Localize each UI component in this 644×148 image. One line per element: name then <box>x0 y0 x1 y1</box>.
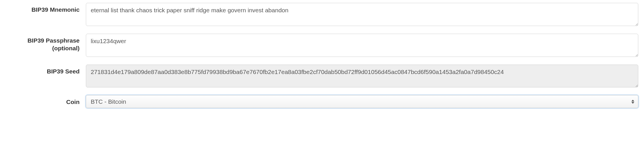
coin-select-wrapper: BTC - Bitcoin <box>86 95 638 108</box>
passphrase-control <box>86 34 638 58</box>
seed-output[interactable] <box>86 65 638 88</box>
coin-label: Coin <box>6 95 86 106</box>
seed-label: BIP39 Seed <box>6 65 86 75</box>
coin-control: BTC - Bitcoin <box>86 95 638 108</box>
passphrase-group: BIP39 Passphrase (optional) <box>6 34 638 58</box>
mnemonic-control <box>86 3 638 27</box>
seed-group: BIP39 Seed <box>6 65 638 89</box>
passphrase-input[interactable] <box>86 34 638 57</box>
coin-group: Coin BTC - Bitcoin <box>6 95 638 108</box>
passphrase-label: BIP39 Passphrase (optional) <box>6 34 86 52</box>
mnemonic-label: BIP39 Mnemonic <box>6 3 86 13</box>
coin-select[interactable]: BTC - Bitcoin <box>86 95 638 108</box>
seed-control <box>86 65 638 89</box>
mnemonic-group: BIP39 Mnemonic <box>6 3 638 27</box>
mnemonic-input[interactable] <box>86 3 638 26</box>
